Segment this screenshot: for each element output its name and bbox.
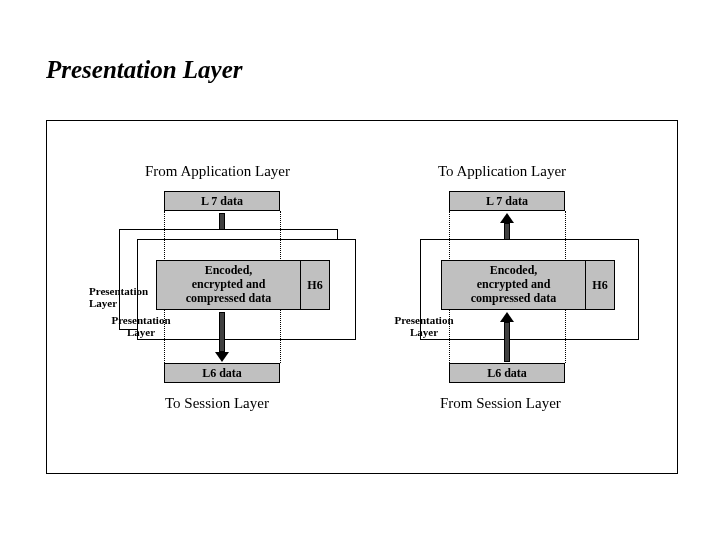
page-title: Presentation Layer bbox=[46, 56, 243, 84]
left-h6-text: H6 bbox=[307, 278, 322, 292]
left-bottom-label: To Session Layer bbox=[165, 395, 269, 412]
right-l7-text: L 7 data bbox=[486, 194, 528, 208]
right-h6-text: H6 bbox=[592, 278, 607, 292]
arrow-down-icon bbox=[215, 312, 229, 362]
left-encoded-text: Encoded, encrypted and compressed data bbox=[186, 264, 271, 305]
left-presentation-label-1: Presentation Layer bbox=[89, 285, 161, 309]
right-l6-text: L6 data bbox=[487, 366, 527, 380]
right-top-label: To Application Layer bbox=[438, 163, 566, 180]
left-l7-box: L 7 data bbox=[164, 191, 280, 211]
left-h6-box: H6 bbox=[300, 260, 330, 310]
right-encoded-box: Encoded, encrypted and compressed data bbox=[441, 260, 586, 310]
left-presentation-label-2: Presentation Layer bbox=[104, 314, 178, 338]
left-l7-text: L 7 data bbox=[201, 194, 243, 208]
right-l6-box: L6 data bbox=[449, 363, 565, 383]
left-l6-text: L6 data bbox=[202, 366, 242, 380]
left-top-label: From Application Layer bbox=[145, 163, 290, 180]
left-encoded-box: Encoded, encrypted and compressed data bbox=[156, 260, 301, 310]
right-l7-box: L 7 data bbox=[449, 191, 565, 211]
right-presentation-label: Presentation Layer bbox=[387, 314, 461, 338]
right-encoded-text: Encoded, encrypted and compressed data bbox=[471, 264, 556, 305]
arrow-up-icon bbox=[500, 312, 514, 362]
diagram-frame: From Application Layer L 7 data Encoded,… bbox=[46, 120, 678, 474]
left-l6-box: L6 data bbox=[164, 363, 280, 383]
right-h6-box: H6 bbox=[585, 260, 615, 310]
right-bottom-label: From Session Layer bbox=[440, 395, 561, 412]
